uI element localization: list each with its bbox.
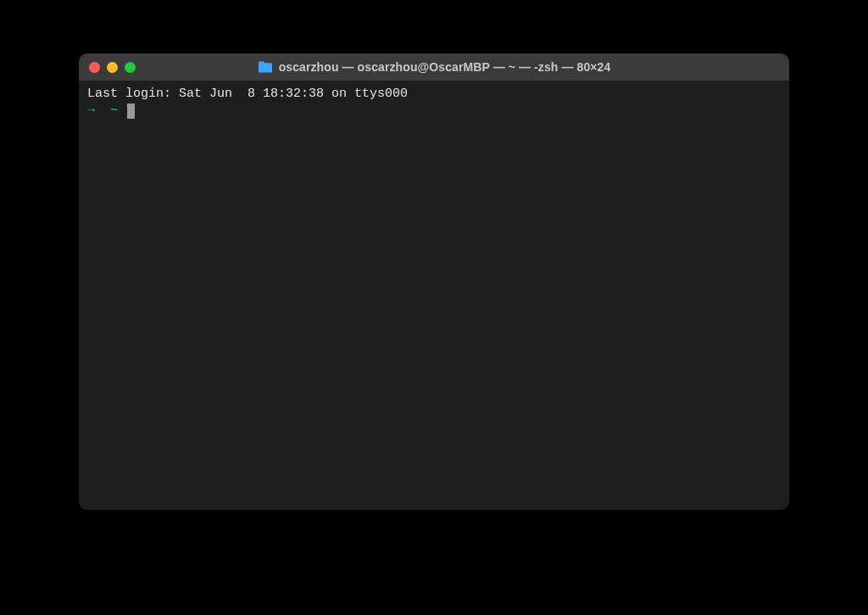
title-area: oscarzhou — oscarzhou@OscarMBP — ~ — -zs… [89, 60, 779, 74]
prompt-spacer-2 [118, 103, 125, 120]
maximize-button[interactable] [125, 62, 136, 73]
prompt-cwd: ~ [110, 103, 118, 120]
last-login-line: Last login: Sat Jun 8 18:32:38 on ttys00… [87, 86, 781, 103]
prompt-arrow-icon: → [87, 103, 95, 120]
traffic-lights [89, 62, 136, 73]
prompt-spacer [95, 103, 110, 120]
title-bar[interactable]: oscarzhou — oscarzhou@OscarMBP — ~ — -zs… [79, 53, 789, 81]
folder-icon [258, 61, 273, 73]
close-button[interactable] [89, 62, 100, 73]
prompt-line: → ~ [87, 103, 781, 120]
window-title: oscarzhou — oscarzhou@OscarMBP — ~ — -zs… [279, 60, 611, 74]
terminal-window: oscarzhou — oscarzhou@OscarMBP — ~ — -zs… [79, 53, 789, 510]
terminal-body[interactable]: Last login: Sat Jun 8 18:32:38 on ttys00… [79, 81, 789, 510]
minimize-button[interactable] [107, 62, 118, 73]
cursor[interactable] [127, 103, 135, 119]
